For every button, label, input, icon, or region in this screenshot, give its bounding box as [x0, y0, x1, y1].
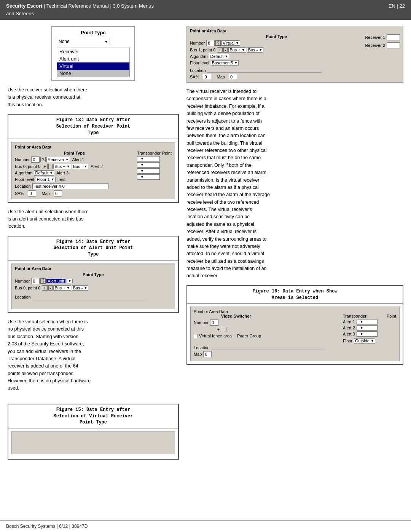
fig16-minus-btn[interactable]: -	[222, 327, 226, 332]
fig13-alert1: Alert 1	[72, 157, 84, 162]
fig14-plus-btn[interactable]: +	[42, 285, 47, 291]
fig14-question-btn[interactable]: ?	[40, 278, 46, 284]
list-item-virtual[interactable]: Virtual	[57, 62, 129, 70]
fig16-transponder-label: Transponder	[343, 314, 366, 318]
fig13-transponder-label: Transponder	[137, 151, 161, 155]
right-column: Point or Area Data Point Type Number 8 ?…	[186, 26, 403, 398]
fig13-question-btn[interactable]: ?	[40, 157, 46, 162]
fig13-algo-select[interactable]: Default ▼	[34, 170, 54, 176]
fig16-location-input[interactable]	[211, 345, 325, 350]
fig16-transponder-col: Transponder Point Alert 1 ▼ Alert 2 ▼	[343, 314, 396, 343]
list-item-none[interactable]: None	[57, 70, 129, 77]
fig16-alert1-select[interactable]: ▼	[357, 319, 378, 324]
fig16-alert1-row: Alert 1 ▼	[343, 319, 396, 324]
fig16-floor-label: Floor	[343, 339, 352, 343]
header-page-number: EN | 22	[389, 2, 405, 9]
fig16-caption-l1: Figure 16: Data Entry when Show	[252, 289, 337, 294]
figure-13: Figure 13: Data Entry After Selection of…	[8, 114, 179, 203]
list-item-alert-unit[interactable]: Alert unit	[57, 55, 129, 62]
fig16-caption-l2: Areas is Selected	[272, 295, 318, 300]
fig13-pad-panel: Point or Area Data Point Type Number 0 ?…	[11, 142, 175, 199]
left-column: Point Type None ▼ Receiver Alert unit Vi…	[8, 26, 179, 398]
fig13-floor-select[interactable]: Floor 1 ▼	[36, 177, 56, 182]
fig13-tp3[interactable]: ▼	[137, 168, 160, 174]
virt-location-input[interactable]	[207, 68, 322, 73]
tp4-arrow-icon: ▼	[140, 175, 144, 179]
fig16-vf-label: Virtual fence area	[199, 334, 232, 338]
fig13-test: Test	[58, 177, 65, 182]
fig16-alert1: Alert 1	[343, 320, 355, 324]
fig13-tp4[interactable]: ▼	[137, 174, 160, 180]
fig13-number-input[interactable]: 0	[31, 157, 40, 163]
fig16-number-input[interactable]: 0	[210, 320, 218, 326]
point-type-dropdown-row: None ▼	[57, 38, 130, 45]
fig13-sa-input[interactable]: 0	[28, 190, 36, 197]
virt-busplus-select[interactable]: Bus + ▼	[228, 47, 246, 53]
list-item-receiver[interactable]: Receiver	[57, 48, 129, 55]
point-type-selected: None	[59, 39, 70, 44]
fig14-location-row: Location	[15, 294, 172, 299]
virt-panel-title: Point or Area Data	[190, 29, 400, 33]
virt-receiver1-input[interactable]	[387, 34, 400, 40]
fig14-busminus-select[interactable]: Bus - ▼	[72, 285, 89, 291]
fig16-vf-checkbox[interactable]: Virtual fence area	[194, 334, 232, 338]
point-type-list: Receiver Alert unit Virtual None	[57, 48, 130, 77]
virt-panel: Point or Area Data Point Type Number 8 ?…	[186, 26, 403, 83]
fig16-headers: Video Switcher	[194, 314, 343, 318]
fig16-alert2: Alert 2	[343, 326, 355, 330]
fig14-minus-btn[interactable]: -	[48, 285, 53, 291]
virt-algo-row: Algorithm Default ▼	[190, 54, 363, 59]
fig13-busminus-select[interactable]: Bus - ▼	[72, 164, 89, 169]
virt-minus-btn[interactable]: -	[223, 47, 228, 53]
point-type-dropdown[interactable]: None ▼	[57, 38, 110, 45]
footer-text: Bosch Security Systems | 6/12 | 38947D	[6, 524, 88, 529]
virt-floor-select[interactable]: Basement5 ▼	[211, 60, 239, 66]
busminus-arrow-icon: ▼	[84, 165, 87, 168]
virt-floor-row: Floor level Basement5 ▼	[190, 60, 363, 66]
fig16-plus-btn[interactable]: +	[216, 327, 221, 332]
virt-receiver2-input[interactable]	[387, 42, 400, 48]
fig13-caption-l1: Figure 13: Data Entry After	[56, 117, 130, 123]
a1-arrow-icon: ▼	[360, 320, 363, 324]
virt-number-input[interactable]: 8	[206, 40, 215, 46]
left-body-text-2: Use the alert unit selection when there …	[8, 208, 179, 230]
fig14-type-select[interactable]: Alert unit	[46, 279, 65, 283]
virt-receiver2-row: Receiver 2	[365, 42, 400, 48]
fig13-minus-btn[interactable]: -	[48, 164, 53, 169]
fig13-bus-row: Bus 0, point 0 + - Bus + ▼ Bus -	[15, 164, 134, 169]
virt-map-input[interactable]: 0	[229, 74, 237, 80]
virt-algo-select[interactable]: Default ▼	[209, 54, 229, 59]
fig14-location-input[interactable]	[32, 294, 147, 299]
figure-16-caption: Figure 16: Data Entry when Show Areas is…	[187, 286, 403, 304]
virt-receiver1-label: Receiver 1	[365, 35, 385, 40]
fig13-location-label: Location	[15, 184, 31, 189]
virt-type-select[interactable]: Virtual ▼	[221, 40, 240, 46]
tp1-arrow-icon: ▼	[140, 157, 144, 161]
fig13-plus-btn[interactable]: +	[42, 164, 47, 169]
virt-busminus-select[interactable]: Bus - ▼	[247, 47, 264, 53]
fig16-outside-select[interactable]: Outside ▼	[354, 338, 375, 343]
fig13-tp2[interactable]: ▼	[137, 162, 160, 168]
fig14-number-input[interactable]: 0	[31, 278, 40, 284]
fig13-number-label: Number	[15, 157, 30, 162]
fig14-busplus-arrow-icon: ▼	[67, 286, 70, 290]
fig16-plusminus-row: + -	[194, 327, 343, 332]
fig16-map-input[interactable]: 0	[203, 351, 212, 357]
fig16-alert2-select[interactable]: ▼	[357, 325, 378, 331]
fig13-tp1[interactable]: ▼	[137, 156, 160, 161]
fig13-busplus-select[interactable]: Bus + ▼	[53, 164, 71, 169]
fig15-wrapper: Figure 15: Data Entry after Selection of…	[8, 404, 179, 465]
virt-plus-btn[interactable]: +	[217, 47, 222, 53]
virt-sa-input[interactable]: 0	[203, 74, 211, 80]
fig14-panel-title: Point or Area Data	[15, 266, 172, 271]
point-type-box: Point Type None ▼ Receiver Alert unit Vi…	[51, 26, 135, 81]
fig13-type-select[interactable]: Receiver ▼	[46, 157, 70, 162]
fig16-number-label: Number	[194, 320, 209, 325]
virt-algo-arrow-icon: ▼	[225, 54, 228, 58]
fig13-location-input[interactable]: Test receiver 4-0	[32, 183, 108, 189]
virt-question-btn[interactable]: ?	[215, 40, 221, 46]
right-body-text: The virtual receiver is intended to comp…	[186, 88, 403, 280]
fig14-busplus-select[interactable]: Bus + ▼	[53, 285, 71, 291]
fig16-alert3-select[interactable]: ▼	[357, 331, 378, 337]
fig13-map-input[interactable]: 0	[54, 190, 62, 197]
